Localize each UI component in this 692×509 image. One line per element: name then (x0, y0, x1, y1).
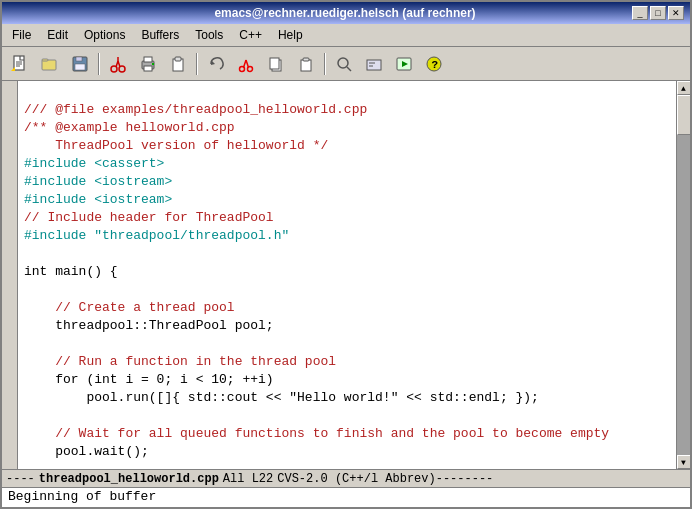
close-button[interactable]: ✕ (668, 6, 684, 20)
title-bar: emacs@rechner.ruediger.helsch (auf rechn… (2, 2, 690, 24)
window-title: emacs@rechner.ruediger.helsch (auf rechn… (58, 6, 632, 20)
search-button[interactable] (330, 51, 358, 77)
minibuffer: Beginning of buffer (2, 487, 690, 507)
run-button[interactable] (390, 51, 418, 77)
svg-rect-29 (303, 58, 309, 61)
svg-rect-6 (42, 59, 48, 61)
scissors-button[interactable] (232, 51, 260, 77)
menu-file[interactable]: File (6, 26, 37, 44)
svg-rect-27 (270, 58, 279, 69)
svg-rect-18 (152, 63, 154, 65)
editor-area: /// @file examples/threadpool_helloworld… (2, 81, 690, 469)
scrollbar-thumb[interactable] (677, 95, 691, 135)
open-file-button[interactable] (36, 51, 64, 77)
copy-button[interactable] (262, 51, 290, 77)
save-button[interactable] (66, 51, 94, 77)
new-file-button[interactable] (6, 51, 34, 77)
svg-line-31 (347, 67, 351, 71)
status-mode: CVS-2.0 (C++/l Abbrev) (277, 472, 435, 486)
toolbar: ? (2, 47, 690, 81)
vertical-scrollbar[interactable]: ▲ ▼ (676, 81, 690, 469)
status-bar: ---- threadpool_helloworld.cpp All L22 C… (2, 469, 690, 487)
minibuffer-text: Beginning of buffer (8, 489, 156, 504)
paste-button[interactable] (292, 51, 320, 77)
svg-line-13 (118, 61, 120, 67)
status-filename: threadpool_helloworld.cpp (39, 472, 219, 486)
status-dashes-right: -------- (436, 472, 494, 486)
svg-point-30 (338, 58, 348, 68)
help-button[interactable]: ? (420, 51, 448, 77)
window-controls: _ □ ✕ (632, 6, 684, 20)
menu-options[interactable]: Options (78, 26, 131, 44)
separator-2 (196, 53, 198, 75)
minimize-button[interactable]: _ (632, 6, 648, 20)
undo-button[interactable] (202, 51, 230, 77)
svg-text:?: ? (432, 59, 439, 71)
svg-rect-16 (144, 57, 152, 62)
main-window: emacs@rechner.ruediger.helsch (auf rechn… (0, 0, 692, 509)
svg-rect-17 (144, 66, 152, 71)
scrollbar-track[interactable] (677, 95, 691, 455)
svg-marker-21 (211, 60, 215, 65)
maximize-button[interactable]: □ (650, 6, 666, 20)
scroll-up-arrow[interactable]: ▲ (677, 81, 691, 95)
separator-3 (324, 53, 326, 75)
menu-tools[interactable]: Tools (189, 26, 229, 44)
menu-cpp[interactable]: C++ (233, 26, 268, 44)
compile-button[interactable] (360, 51, 388, 77)
paste-special-button[interactable] (164, 51, 192, 77)
svg-line-25 (246, 60, 249, 68)
left-gutter (2, 81, 18, 469)
code-editor[interactable]: /// @file examples/threadpool_helloworld… (18, 81, 676, 469)
menu-edit[interactable]: Edit (41, 26, 74, 44)
svg-rect-20 (175, 57, 181, 61)
separator-1 (98, 53, 100, 75)
svg-rect-9 (75, 64, 85, 70)
menu-buffers[interactable]: Buffers (135, 26, 185, 44)
status-position: All L22 (223, 472, 273, 486)
menu-help[interactable]: Help (272, 26, 309, 44)
cut-button[interactable] (104, 51, 132, 77)
svg-rect-32 (367, 60, 381, 70)
svg-rect-8 (76, 57, 82, 61)
scroll-down-arrow[interactable]: ▼ (677, 455, 691, 469)
print-button[interactable] (134, 51, 162, 77)
svg-rect-0 (14, 56, 24, 70)
menu-bar: File Edit Options Buffers Tools C++ Help (2, 24, 690, 47)
status-dashes-left: ---- (6, 472, 35, 486)
svg-rect-28 (301, 60, 311, 71)
